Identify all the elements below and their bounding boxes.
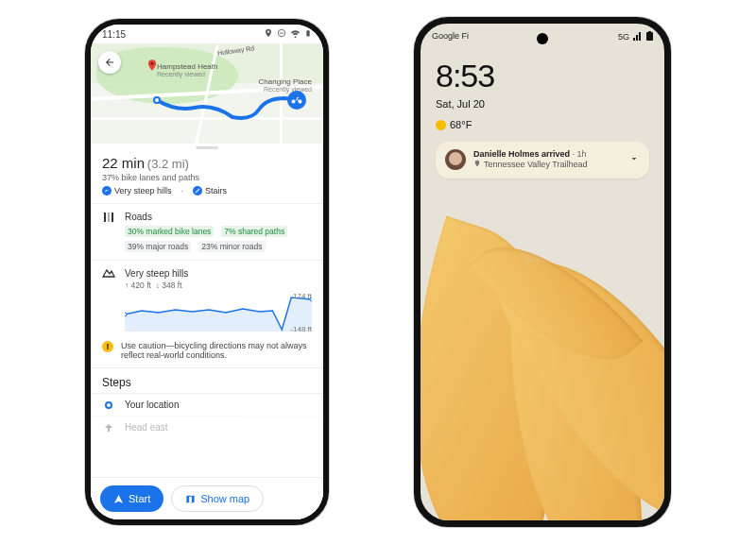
- battery-icon: [646, 31, 653, 42]
- location-pin-icon: [473, 160, 481, 170]
- notif-title: Danielle Holmes arrived: [473, 149, 570, 159]
- mountain-icon: [102, 268, 115, 290]
- chip-major-roads: 39% major roads: [125, 241, 191, 252]
- carrier-label: Google Fi: [432, 31, 469, 42]
- temperature: 68°F: [450, 119, 472, 130]
- origin-dot-icon: [105, 401, 112, 409]
- weather-widget[interactable]: 68°F: [436, 119, 649, 130]
- roads-title: Roads: [125, 212, 312, 222]
- map-icon: [185, 494, 196, 504]
- bike-icon: [291, 94, 302, 106]
- hills-icon: [102, 186, 112, 196]
- step-origin[interactable]: Your location: [91, 393, 323, 416]
- wifi-icon: [290, 28, 301, 41]
- show-map-button[interactable]: Show map: [171, 485, 264, 512]
- svg-rect-7: [112, 212, 113, 222]
- status-bar: 11:15: [91, 25, 323, 43]
- roads-section: Roads 30% marked bike lanes 7% shared pa…: [91, 204, 323, 261]
- svg-rect-1: [280, 32, 284, 33]
- step-next[interactable]: Head east: [91, 416, 323, 438]
- front-camera: [537, 33, 548, 44]
- svg-rect-6: [108, 212, 110, 222]
- svg-rect-2: [306, 30, 309, 36]
- notif-time: · 1h: [573, 149, 587, 159]
- avatar: [445, 149, 466, 170]
- elevation-section: Very steep hills ↑ 420 ft ↓ 348 ft 174 f…: [91, 261, 323, 333]
- status-time: 11:15: [102, 29, 126, 40]
- caution-banner: ! Use caution—bicycling directions may n…: [91, 333, 323, 368]
- svg-rect-3: [307, 29, 308, 30]
- action-bar: Start Show map: [91, 477, 323, 519]
- lockscreen-phone: Google Fi 5G 8:53 Sat, Jul 20 68°F Danie…: [414, 17, 671, 527]
- svg-point-8: [125, 313, 127, 316]
- chip-minor-roads: 23% minor roads: [198, 241, 265, 252]
- roads-icon: [102, 212, 115, 252]
- elevation-title: Very steep hills: [125, 268, 312, 279]
- status-icons: [264, 28, 312, 41]
- elevation-chart: 174 ft -148 ft: [125, 294, 312, 332]
- elev-up: ↑ 420 ft: [125, 280, 151, 290]
- back-button[interactable]: [98, 51, 121, 74]
- start-button[interactable]: Start: [100, 485, 163, 512]
- elev-min: -148 ft: [290, 325, 312, 333]
- arrow-up-icon: [102, 423, 115, 433]
- directions-sheet: 22 min (3.2 mi) 37% bike lanes and paths…: [91, 144, 323, 519]
- elev-max: 174 ft: [293, 292, 312, 300]
- bike-lane-pct: 37% bike lanes and paths: [102, 173, 312, 182]
- lock-clock: 8:53: [436, 58, 649, 94]
- lock-date: Sat, Jul 20: [436, 98, 649, 110]
- navigate-icon: [113, 494, 124, 504]
- location-icon: [264, 28, 273, 41]
- step-next-label: Head east: [125, 422, 168, 433]
- lock-content: 8:53 Sat, Jul 20 68°F Danielle Holmes ar…: [436, 58, 649, 178]
- step-origin-label: Your location: [125, 400, 179, 410]
- chip-shared-paths: 7% shared paths: [221, 226, 287, 237]
- svg-rect-5: [104, 212, 106, 222]
- caution-text: Use caution—bicycling directions may not…: [121, 341, 312, 360]
- notif-sub: Tennessee Valley Trailhead: [484, 160, 587, 170]
- chip-bike-lanes: 30% marked bike lanes: [125, 226, 214, 237]
- duration: 22 min: [102, 155, 145, 171]
- elev-down: ↓ 348 ft: [156, 280, 182, 290]
- route-summary: 22 min (3.2 mi) 37% bike lanes and paths…: [91, 149, 323, 204]
- destination-marker: [287, 91, 306, 110]
- signal-icon: [633, 32, 643, 42]
- maps-phone: 11:15 Holloway Rd Hampstead Heath Recent…: [85, 19, 329, 525]
- svg-rect-10: [646, 32, 653, 41]
- battery-icon: [304, 28, 312, 41]
- arrow-left-icon: [104, 57, 115, 68]
- warning-icon: !: [102, 341, 113, 352]
- tag-steep-hills: Very steep hills: [102, 186, 172, 196]
- network-label: 5G: [618, 32, 629, 42]
- tag-stairs: Stairs: [193, 186, 227, 196]
- dnd-icon: [277, 28, 286, 41]
- notification-card[interactable]: Danielle Holmes arrived · 1h Tennessee V…: [436, 142, 649, 178]
- expand-button[interactable]: [628, 151, 640, 168]
- svg-rect-11: [648, 31, 651, 33]
- distance: (3.2 mi): [147, 157, 189, 171]
- stairs-icon: [193, 186, 202, 196]
- steps-header: Steps: [91, 368, 323, 393]
- chevron-down-icon: [628, 153, 640, 164]
- sun-icon: [436, 120, 446, 130]
- origin-marker: [153, 96, 161, 104]
- map-preview[interactable]: Holloway Rd Hampstead Heath Recently vie…: [91, 43, 323, 157]
